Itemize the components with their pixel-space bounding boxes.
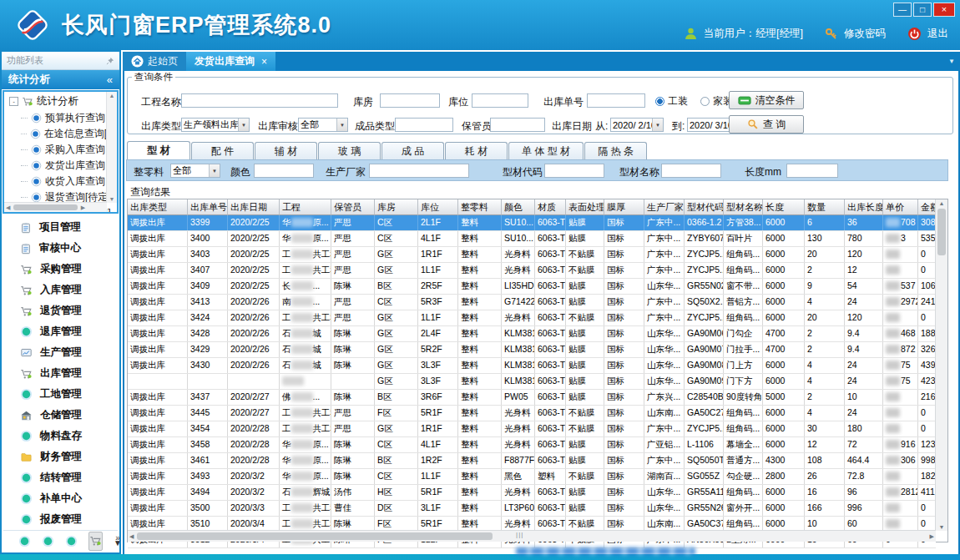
material-tab[interactable]: 配 件 [191,142,254,159]
scroll-down-icon[interactable]: ▼ [937,523,947,531]
scroll-right-icon[interactable]: ▶ [79,204,87,212]
tab-close-icon[interactable]: × [261,56,267,68]
sidebar-shortcut-dot-icon[interactable] [42,535,54,547]
column-header[interactable]: 颜色 [502,199,535,215]
table-row[interactable]: 调拨出库34582020/2/28华原...陈琳C区4L1F整料光身料6063-… [128,437,936,453]
warehouse-input[interactable] [380,93,440,108]
sidebar-item[interactable]: 仓储管理 [2,405,119,426]
column-header[interactable]: 保管员 [331,199,375,215]
table-row[interactable]: G区3L3F整料KLM38176063-T5贴膜国标山东华...GA90M09.… [128,374,936,390]
date-from-picker[interactable]: 2020/ 2/16 ▼ [610,118,664,132]
scrollbar-thumb[interactable] [137,532,492,540]
sidebar-item[interactable]: 财务管理 [2,446,119,467]
change-password-button[interactable]: 修改密码 [844,27,886,41]
table-row[interactable]: 调拨出库34452020/2/27工共工程严思F区5R1F整料光身料6063-T… [128,406,936,421]
scroll-down-icon[interactable]: ▼ [108,195,117,203]
column-header[interactable]: 出库长度 [845,199,883,215]
column-header[interactable]: 整零料 [458,199,502,215]
material-tab[interactable]: 耗 材 [445,142,508,159]
table-row[interactable]: 调拨出库34942020/3/2石辉城汤伟H区5R1F整料光身料6063-T5贴… [128,485,936,501]
column-header[interactable]: 长度 [763,199,805,215]
column-header[interactable]: 膜厚 [604,199,644,215]
profile-code-input[interactable] [544,164,604,178]
sidebar-item[interactable]: 生产管理 [2,342,119,363]
maximize-button[interactable]: □ [913,3,932,17]
tree-item[interactable]: 预算执行查询 [4,110,117,126]
audit-combobox[interactable]: 全部 ▼ [298,118,348,132]
column-header[interactable]: 出库单号 [188,199,228,215]
sidebar-item[interactable]: 报废管理 [2,509,119,530]
column-header[interactable]: 材质 [535,199,566,215]
sidebar-item[interactable]: 结转管理 [2,467,119,488]
minimize-button[interactable]: — [893,3,912,17]
sidebar-item[interactable]: 审核中心 [2,238,119,259]
table-row[interactable]: 调拨出库34032020/2/25工共工程严思G区1R1F整料光身料6063-T… [128,247,936,263]
table-row[interactable]: 调拨出库34092020/2/25长...陈琳B区2R5F整料LI35HD606… [128,279,936,295]
out-type-combobox[interactable]: 生产领料出库 ▼ [181,118,250,132]
table-row[interactable]: 调拨出库34612020/2/28华原...陈琳B区1R2F整料F8877FT6… [128,453,936,469]
grid-vertical-scrollbar[interactable]: ▲ ▼ [935,199,947,531]
material-tab[interactable]: 成 品 [381,142,444,159]
profile-name-input[interactable] [661,164,721,178]
radio-gongzhuang[interactable]: 工装 [655,94,688,108]
column-header[interactable]: 型材代码 [685,199,724,215]
column-header[interactable]: 工程 [280,199,331,215]
material-tab[interactable]: 玻 璃 [318,142,381,159]
tree-vertical-scrollbar[interactable]: ▲ ▼ [106,92,117,203]
column-header[interactable]: 型材名称 [724,199,763,215]
material-tab[interactable]: 型 材 [127,141,190,159]
table-row[interactable]: 调拨出库34292020/2/26石城陈琳G区5R2F整料KLM38176063… [128,342,936,358]
scrollbar-thumb[interactable] [13,204,77,210]
sidebar-item[interactable]: 入库管理 [2,280,119,300]
table-row[interactable]: 调拨出库34932020/3/2华原...陈琳C区1L1F整料黑色塑料不贴膜国标… [128,469,936,485]
table-row[interactable]: 调拨出库34302020/2/26石城陈琳G区3L3F整料KLM38176063… [128,358,936,374]
clear-conditions-button[interactable]: 清空条件 [729,91,804,109]
whole-part-combobox[interactable]: 全部 ▼ [170,164,220,178]
tree-horizontal-scrollbar[interactable]: ◀ ▶ [4,202,107,212]
tree-item[interactable]: 在途信息查询[待 [4,126,117,142]
column-header[interactable]: 出库类型 [128,199,188,215]
manufacturer-input[interactable] [369,164,469,178]
table-row[interactable]: 调拨出库34132020/2/26南...严思C区5R3F整料G71422606… [128,295,936,310]
table-row[interactable]: 调拨出库34072020/2/25工共工程严思G区1L1F整料光身料6063-T… [128,263,936,279]
column-header[interactable]: 出库日期 [228,199,280,215]
length-input[interactable] [786,164,838,178]
keeper-input[interactable] [490,118,545,132]
table-row[interactable]: 调拨出库34002020/2/25华原...严思C区4L1F整料SU10...6… [128,231,936,247]
scrollbar-thumb[interactable] [937,209,946,255]
tabstrip-caret-icon[interactable]: ▼ [948,58,955,65]
grid-horizontal-scrollbar[interactable]: ◀ ||| ▶ [128,530,936,542]
table-row[interactable]: 调拨出库34372020/2/27佛...陈琳B区3R6F整料PW056063-… [128,390,936,406]
tree-item[interactable]: 收货入库查询 [4,174,117,189]
tab-shipment-outbound-query[interactable]: 发货出库查询 × [186,52,275,71]
material-tab[interactable]: 辅 材 [255,142,317,159]
table-row[interactable]: 调拨出库34242020/2/26工共工程严思G区1L1F整料光身料6063-T… [128,310,936,326]
project-name-input[interactable] [181,93,338,108]
search-button[interactable]: 查 询 [729,115,804,134]
tree-item[interactable]: 发货出库查询 [4,158,117,174]
column-header[interactable]: 库位 [418,199,458,215]
table-row[interactable]: 调拨出库34542020/2/28工共工程严思G区1R1F整料光身料6063-T… [128,421,936,437]
sidebar-item[interactable]: 退库管理 [2,321,119,342]
scroll-left-icon[interactable]: ◀ [128,532,135,541]
sidebar-group-header[interactable]: 统计分析 « [2,70,119,89]
sidebar-shortcut-dot-icon[interactable] [65,535,78,547]
sidebar-item[interactable]: 退货管理 [2,300,119,321]
material-tab[interactable]: 隔 热 条 [584,142,647,159]
tab-home[interactable]: 起始页 [123,52,186,71]
tree-root[interactable]: - 统计分析 [4,92,117,110]
logout-button[interactable]: 退出 [927,27,948,41]
table-row[interactable]: 调拨出库33992020/2/25华原...严思C区2L1F整料SU10...6… [128,215,936,231]
sidebar-item[interactable]: 出库管理 [2,363,119,384]
column-header[interactable]: 单价 [883,199,918,215]
close-button[interactable]: × [933,3,955,17]
pin-icon[interactable] [106,57,114,65]
sidebar-overflow-chevron[interactable]: »▼ [114,536,122,546]
sidebar-item[interactable]: 物料盘存 [2,426,119,446]
sidebar-item[interactable]: 采购管理 [2,259,119,280]
column-header[interactable]: 库房 [375,199,418,215]
table-row[interactable]: 调拨出库35002020/3/3工共工程曹佳D区3L1F整料LT3P606063… [128,501,936,517]
sidebar-overflow-cart-button[interactable] [88,532,103,551]
color-input[interactable] [254,164,314,178]
collapse-icon[interactable]: « [107,73,113,86]
